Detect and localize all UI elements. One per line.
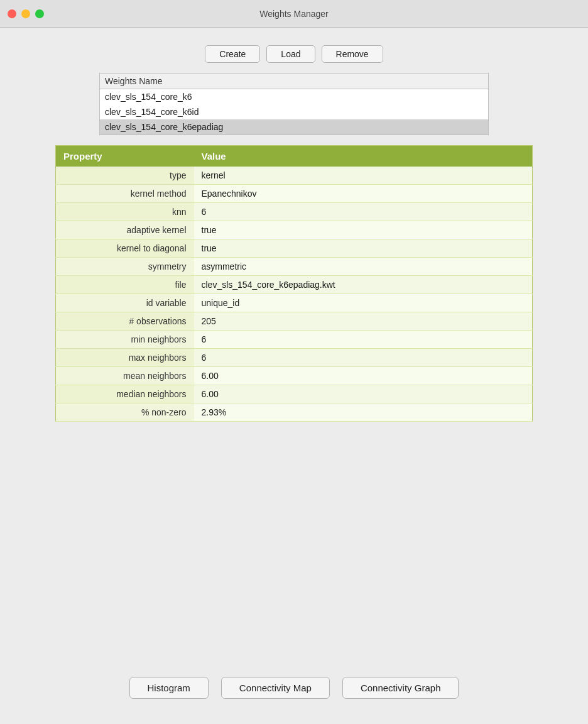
weights-list-item[interactable]: clev_sls_154_core_k6 <box>100 89 488 104</box>
property-cell: id variable <box>56 294 194 312</box>
close-button[interactable] <box>8 9 16 18</box>
table-row: kernel to diagonaltrue <box>56 239 533 258</box>
property-cell: symmetry <box>56 258 194 276</box>
value-cell: kernel <box>194 167 533 185</box>
value-column-header: Value <box>194 146 533 167</box>
value-cell: clev_sls_154_core_k6epadiag.kwt <box>194 276 533 294</box>
table-row: kernel methodEpanechnikov <box>56 185 533 203</box>
minimize-button[interactable] <box>21 9 30 18</box>
connectivity-map-button[interactable]: Connectivity Map <box>221 677 330 699</box>
weights-list-item[interactable]: clev_sls_154_core_k6epadiag <box>100 119 488 134</box>
value-cell: Epanechnikov <box>194 185 533 203</box>
table-row: fileclev_sls_154_core_k6epadiag.kwt <box>56 276 533 294</box>
weights-list-item[interactable]: clev_sls_154_core_k6id <box>100 104 488 119</box>
bottom-toolbar: Histogram Connectivity Map Connectivity … <box>129 677 459 699</box>
table-row: symmetryasymmetric <box>56 258 533 276</box>
value-cell: 2.93% <box>194 403 533 422</box>
top-toolbar: Create Load Remove <box>205 45 383 63</box>
property-cell: # observations <box>56 312 194 331</box>
value-cell: asymmetric <box>194 258 533 276</box>
property-cell: min neighbors <box>56 331 194 349</box>
create-button[interactable]: Create <box>205 45 260 63</box>
value-cell: 6 <box>194 349 533 367</box>
connectivity-graph-button[interactable]: Connectivity Graph <box>342 677 459 699</box>
property-cell: kernel to diagonal <box>56 239 194 258</box>
load-button[interactable]: Load <box>266 45 315 63</box>
value-cell: true <box>194 221 533 239</box>
property-cell: kernel method <box>56 185 194 203</box>
value-cell: 6.00 <box>194 367 533 385</box>
property-cell: % non-zero <box>56 403 194 422</box>
table-row: max neighbors6 <box>56 349 533 367</box>
value-cell: 6 <box>194 203 533 221</box>
property-cell: mean neighbors <box>56 367 194 385</box>
maximize-button[interactable] <box>35 9 44 18</box>
table-row: id variableunique_id <box>56 294 533 312</box>
histogram-button[interactable]: Histogram <box>129 677 209 699</box>
property-cell: median neighbors <box>56 385 194 403</box>
properties-table: Property Value typekernelkernel methodEp… <box>55 145 533 422</box>
value-cell: true <box>194 239 533 258</box>
table-row: min neighbors6 <box>56 331 533 349</box>
weights-list: Weights Name clev_sls_154_core_k6clev_sl… <box>99 73 489 135</box>
title-bar: Weights Manager <box>0 0 588 28</box>
main-content: Create Load Remove Weights Name clev_sls… <box>0 28 588 724</box>
weights-list-header: Weights Name <box>100 74 488 89</box>
property-cell: file <box>56 276 194 294</box>
property-column-header: Property <box>56 146 194 167</box>
remove-button[interactable]: Remove <box>322 45 383 63</box>
value-cell: 205 <box>194 312 533 331</box>
table-row: mean neighbors6.00 <box>56 367 533 385</box>
table-row: median neighbors6.00 <box>56 385 533 403</box>
window-controls <box>8 9 44 18</box>
table-row: typekernel <box>56 167 533 185</box>
property-cell: adaptive kernel <box>56 221 194 239</box>
property-cell: max neighbors <box>56 349 194 367</box>
table-row: % non-zero2.93% <box>56 403 533 422</box>
property-cell: type <box>56 167 194 185</box>
value-cell: 6 <box>194 331 533 349</box>
property-cell: knn <box>56 203 194 221</box>
window-title: Weights Manager <box>259 9 328 19</box>
table-row: # observations205 <box>56 312 533 331</box>
table-row: knn6 <box>56 203 533 221</box>
value-cell: 6.00 <box>194 385 533 403</box>
table-row: adaptive kerneltrue <box>56 221 533 239</box>
value-cell: unique_id <box>194 294 533 312</box>
